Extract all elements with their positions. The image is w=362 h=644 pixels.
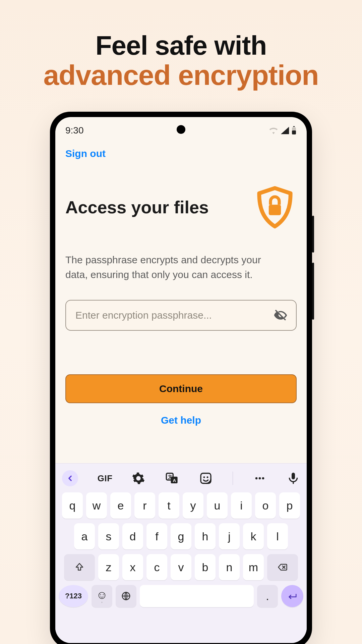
symnum-key[interactable]: ?123 bbox=[59, 585, 88, 607]
svg-point-10 bbox=[206, 476, 208, 478]
get-help-link[interactable]: Get help bbox=[65, 415, 297, 426]
shield-lock-icon bbox=[253, 185, 297, 229]
key-z[interactable]: z bbox=[98, 554, 119, 580]
shift-key[interactable] bbox=[64, 554, 95, 580]
toolbar-separator bbox=[233, 472, 233, 485]
backspace-key[interactable] bbox=[267, 554, 298, 580]
svg-text:A: A bbox=[173, 478, 176, 483]
headline-line-2: advanced encryption bbox=[0, 59, 362, 92]
svg-point-11 bbox=[255, 477, 258, 480]
key-b[interactable]: b bbox=[195, 554, 216, 580]
side-button-1 bbox=[312, 216, 314, 253]
keyboard-toolbar: GIF 文A bbox=[59, 466, 303, 490]
space-key[interactable] bbox=[140, 585, 254, 607]
translate-icon[interactable]: 文A bbox=[165, 472, 179, 485]
key-s[interactable]: s bbox=[98, 523, 119, 549]
sticker-icon[interactable] bbox=[199, 472, 213, 485]
kb-row-1: q w e r t y u i o p bbox=[59, 492, 303, 519]
chevron-left-icon[interactable] bbox=[62, 470, 78, 486]
gif-button[interactable]: GIF bbox=[98, 472, 112, 485]
key-h[interactable]: h bbox=[195, 523, 216, 549]
key-y[interactable]: y bbox=[183, 492, 203, 519]
key-d[interactable]: d bbox=[122, 523, 143, 549]
wifi-icon bbox=[268, 127, 279, 134]
key-o[interactable]: o bbox=[255, 492, 276, 519]
gear-icon[interactable] bbox=[132, 472, 145, 485]
key-a[interactable]: a bbox=[74, 523, 95, 549]
svg-rect-0 bbox=[293, 126, 295, 127]
key-x[interactable]: x bbox=[122, 554, 143, 580]
key-e[interactable]: e bbox=[110, 492, 131, 519]
key-t[interactable]: t bbox=[159, 492, 179, 519]
battery-icon bbox=[291, 126, 297, 135]
kb-row-4: ?123 ☺, . bbox=[59, 585, 303, 607]
key-q[interactable]: q bbox=[62, 492, 83, 519]
more-icon[interactable] bbox=[253, 472, 266, 485]
visibility-off-icon[interactable] bbox=[273, 308, 288, 323]
key-g[interactable]: g bbox=[171, 523, 191, 549]
language-key[interactable] bbox=[116, 585, 136, 607]
svg-text:文: 文 bbox=[168, 474, 173, 479]
passphrase-field[interactable] bbox=[65, 300, 297, 331]
kb-row-3: z x c v b n m bbox=[59, 554, 303, 580]
passphrase-input[interactable] bbox=[75, 310, 268, 321]
key-n[interactable]: n bbox=[219, 554, 240, 580]
key-m[interactable]: m bbox=[243, 554, 264, 580]
signal-icon bbox=[281, 127, 289, 134]
description-text: The passphrase encrypts and decrypts you… bbox=[65, 253, 280, 282]
key-u[interactable]: u bbox=[207, 492, 228, 519]
soft-keyboard: GIF 文A q bbox=[55, 463, 307, 643]
key-f[interactable]: f bbox=[146, 523, 167, 549]
phone-screen: 9:30 Sign out Access your files bbox=[55, 117, 307, 643]
key-j[interactable]: j bbox=[219, 523, 240, 549]
key-k[interactable]: k bbox=[243, 523, 264, 549]
svg-rect-14 bbox=[292, 473, 295, 479]
key-c[interactable]: c bbox=[146, 554, 167, 580]
promo-headline: Feel safe with advanced encryption bbox=[0, 0, 362, 92]
key-r[interactable]: r bbox=[134, 492, 155, 519]
phone-device-frame: 9:30 Sign out Access your files bbox=[50, 112, 312, 644]
svg-point-12 bbox=[259, 477, 261, 480]
mic-icon[interactable] bbox=[287, 472, 300, 485]
continue-button[interactable]: Continue bbox=[65, 374, 297, 403]
headline-line-1: Feel safe with bbox=[0, 30, 362, 61]
sign-out-link[interactable]: Sign out bbox=[65, 148, 106, 159]
enter-key[interactable] bbox=[281, 585, 303, 607]
key-v[interactable]: v bbox=[171, 554, 191, 580]
period-key[interactable]: . bbox=[257, 585, 278, 607]
svg-rect-2 bbox=[292, 130, 296, 135]
front-camera bbox=[177, 125, 185, 134]
key-l[interactable]: l bbox=[267, 523, 288, 549]
kb-row-2: a s d f g h j k l bbox=[59, 523, 303, 549]
app-content: Sign out Access your files The passphras… bbox=[55, 136, 307, 426]
page-title: Access your files bbox=[65, 197, 209, 217]
svg-rect-3 bbox=[269, 205, 281, 215]
key-i[interactable]: i bbox=[231, 492, 252, 519]
key-w[interactable]: w bbox=[86, 492, 107, 519]
status-time: 9:30 bbox=[65, 125, 84, 136]
key-p[interactable]: p bbox=[279, 492, 300, 519]
side-button-2 bbox=[312, 263, 314, 320]
comma-key[interactable]: ☺, bbox=[92, 585, 112, 607]
svg-point-9 bbox=[203, 476, 205, 478]
svg-point-13 bbox=[262, 477, 264, 480]
